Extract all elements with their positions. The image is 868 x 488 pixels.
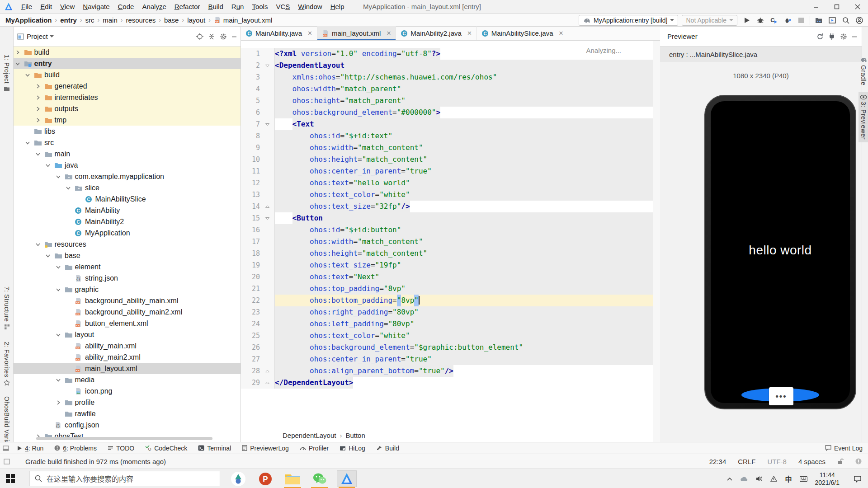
tree-item-media[interactable]: media: [14, 374, 241, 385]
chevron-right-icon[interactable]: [55, 399, 62, 406]
fold-down-icon[interactable]: [262, 60, 273, 71]
settings-icon[interactable]: [840, 33, 847, 40]
breadcrumb-item[interactable]: <>main_layout.xml: [214, 16, 272, 24]
line-ending-indicator[interactable]: CRLF: [738, 458, 755, 465]
taskbar-search-input[interactable]: 在这里输入你要搜索的内容: [29, 471, 220, 486]
code-line-29[interactable]: 29</DependentLayout>: [241, 377, 653, 389]
toolwindow-6-problems[interactable]: 6: Problems: [49, 442, 102, 454]
code-line-3[interactable]: 3 xmlns:ohos="http://schemas.huawei.com/…: [241, 71, 653, 83]
user-avatar-button[interactable]: [854, 15, 865, 26]
code-line-17[interactable]: 17 ohos:width="match_content": [241, 236, 653, 248]
tree-item-mainabilityslice[interactable]: CMainAbilitySlice: [14, 193, 241, 205]
code-line-16[interactable]: 16 ohos:id="$+id:button": [241, 224, 653, 236]
menu-build[interactable]: Build: [204, 0, 227, 14]
breadcrumb-item[interactable]: layout: [187, 16, 205, 24]
tree-item-mainability[interactable]: CMainAbility: [14, 205, 241, 216]
tree-item-rawfile[interactable]: rawfile: [14, 408, 241, 419]
tree-item-icon-png[interactable]: icon.png: [14, 385, 241, 397]
code-line-27[interactable]: 27 ohos:center_in_parent="true": [241, 353, 653, 365]
breadcrumb-item[interactable]: resources: [126, 16, 156, 24]
code-line-23[interactable]: 23 ohos:right_padding="80vp": [241, 306, 653, 318]
breadcrumb-item[interactable]: main: [103, 16, 118, 24]
code-line-25[interactable]: 25 ohos:text_color="white": [241, 330, 653, 342]
taskbar-app-explorer[interactable]: [283, 470, 302, 487]
code-line-12[interactable]: 12 ohos:text="hello world": [241, 177, 653, 189]
chevron-down-icon[interactable]: [55, 331, 62, 338]
tool-window-switcher-icon[interactable]: [0, 446, 12, 451]
event-log-button[interactable]: Event Log: [820, 442, 868, 454]
previewer-more-button[interactable]: •••: [769, 387, 793, 405]
tree-item-background-ability-main2-xml[interactable]: <>background_ability_main2.xml: [14, 306, 241, 318]
tree-item-ability-main-xml[interactable]: <>ability_main.xml: [14, 340, 241, 352]
code-line-28[interactable]: 28 ohos:align_parent_bottom="true"/>: [241, 365, 653, 377]
chevron-down-icon[interactable]: [24, 71, 31, 79]
tree-item-tmp[interactable]: tmp: [14, 114, 241, 126]
code-line-18[interactable]: 18 ohos:height="match_content": [241, 248, 653, 259]
chevron-down-icon[interactable]: [44, 252, 52, 259]
profile-button[interactable]: C: [768, 15, 780, 26]
debug-button[interactable]: [755, 15, 766, 26]
tree-item-build[interactable]: build: [14, 69, 241, 80]
tree-item-layout[interactable]: layout: [14, 329, 241, 340]
chevron-down-icon[interactable]: [14, 60, 21, 67]
tree-item-ohostest[interactable]: ohosTest: [14, 431, 241, 442]
toolwindow-terminal[interactable]: Terminal: [193, 442, 236, 454]
editor-scrollbar[interactable]: [653, 41, 660, 442]
clock[interactable]: 11:44 2021/6/1: [815, 471, 840, 487]
toolwindow-previewerlog[interactable]: PreviewerLog: [236, 442, 294, 454]
tree-item-base[interactable]: base: [14, 250, 241, 261]
chevron-down-icon[interactable]: [55, 173, 62, 180]
tree-item-main[interactable]: main: [14, 148, 241, 160]
tree-item-profile[interactable]: profile: [14, 397, 241, 408]
previewer-window-button[interactable]: [826, 15, 838, 26]
lock-icon[interactable]: [837, 458, 844, 465]
toolwindow-4-run[interactable]: 4: Run: [12, 442, 49, 454]
network-icon[interactable]: [770, 476, 777, 482]
breadcrumb-item[interactable]: MyApplication: [5, 16, 52, 24]
ime-indicator[interactable]: 中: [785, 474, 792, 483]
code-line-9[interactable]: 9 ohos:width="match_content": [241, 142, 653, 154]
tree-item-mainability2[interactable]: CMainAbility2: [14, 216, 241, 227]
code-line-7[interactable]: 7 <Text: [241, 118, 653, 130]
taskbar-app-android-studio[interactable]: [228, 470, 248, 487]
tree-item-src[interactable]: src: [14, 137, 241, 148]
tree-item-slice[interactable]: slice: [14, 182, 241, 193]
attach-debugger-button[interactable]: [782, 15, 793, 26]
menu-edit[interactable]: Edit: [36, 0, 56, 14]
menu-code[interactable]: Code: [114, 0, 138, 14]
tree-item-background-ability-main-xml[interactable]: <>background_ability_main.xml: [14, 295, 241, 306]
run-configuration-select[interactable]: MyApplication:entry [build]: [579, 15, 678, 26]
chevron-down-icon[interactable]: [34, 241, 42, 248]
caret-position[interactable]: 22:34: [709, 458, 726, 465]
tab-main-layout-xml[interactable]: <>main_layout.xml✕: [317, 26, 396, 40]
tree-item-libs[interactable]: libs: [14, 126, 241, 137]
code-line-26[interactable]: 26 ohos:background_element="$graphic:but…: [241, 342, 653, 353]
menu-navigate[interactable]: Navigate: [79, 0, 113, 14]
maximize-button[interactable]: [826, 0, 847, 14]
search-everywhere-button[interactable]: [840, 15, 852, 26]
chevron-down-icon[interactable]: [55, 376, 62, 384]
menu-run[interactable]: Run: [227, 0, 248, 14]
notification-center-icon[interactable]: [854, 475, 862, 483]
tree-item-outputs[interactable]: outputs: [14, 103, 241, 114]
code-line-22[interactable]: 22 ohos:bottom_padding="8vp": [241, 295, 653, 306]
toolwindow-profiler[interactable]: Profiler: [294, 442, 334, 454]
menu-vcs[interactable]: VCS: [272, 0, 294, 14]
code-line-19[interactable]: 19 ohos:text_size="19fp": [241, 259, 653, 271]
code-line-4[interactable]: 4 ohos:width="match_parent": [241, 83, 653, 95]
tab-close-icon[interactable]: ✕: [559, 30, 564, 37]
stripe-2-favorites[interactable]: 2: Favorites: [0, 342, 14, 386]
toolwindow-todo[interactable]: TODO: [102, 442, 140, 454]
tab-mainability2-java[interactable]: CMainAbility2.java✕: [396, 26, 476, 40]
tab-mainability-java[interactable]: CMainAbility.java✕: [241, 26, 317, 40]
code-line-2[interactable]: 2<DependentLayout: [241, 60, 653, 71]
code-line-20[interactable]: 20 ohos:text="Next": [241, 271, 653, 283]
run-button[interactable]: [741, 15, 753, 26]
start-button[interactable]: [5, 474, 15, 483]
toolwindow-codecheck[interactable]: QCodeCheck: [140, 442, 193, 454]
status-message[interactable]: Gradle build finished in 972 ms (moments…: [25, 458, 166, 465]
code-line-13[interactable]: 13 ohos:text_color="white": [241, 189, 653, 201]
code-line-14[interactable]: 14 ohos:text_size="32fp"/>: [241, 201, 653, 212]
tree-item-resources[interactable]: resources: [14, 239, 241, 250]
chevron-down-icon[interactable]: [44, 162, 52, 169]
